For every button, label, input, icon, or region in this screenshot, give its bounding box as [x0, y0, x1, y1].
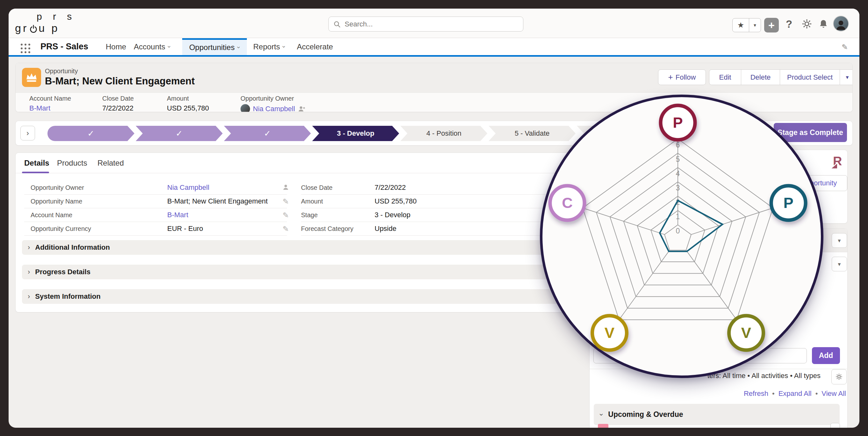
nav-item-accelerate[interactable]: Accelerate: [297, 38, 333, 55]
more-actions-dropdown-icon[interactable]: ▼: [840, 70, 853, 85]
app-launcher-icon[interactable]: [19, 42, 32, 55]
details-card: Details Products Related Opportunity Own…: [15, 153, 586, 312]
task-item-icon: [598, 424, 609, 428]
svg-text:P: P: [783, 194, 793, 211]
section-additional-information[interactable]: › Additional Information: [22, 240, 575, 255]
edit-pencil-icon[interactable]: ✎: [282, 197, 289, 206]
favorite-star-icon[interactable]: ★: [733, 19, 749, 32]
task-checkbox[interactable]: [830, 423, 840, 428]
edit-pencil-icon[interactable]: ✎: [282, 224, 289, 233]
entity-label: Opportunity: [45, 67, 78, 75]
radar-data-polygon: [660, 200, 722, 252]
plus-icon: +: [668, 72, 673, 82]
svg-text:V: V: [604, 324, 615, 341]
global-search[interactable]: [329, 17, 523, 32]
change-owner-icon[interactable]: [282, 183, 290, 192]
svg-text:6: 6: [676, 141, 680, 149]
nav-item-accounts[interactable]: Accounts›: [134, 38, 170, 55]
chevron-down-icon: ›: [597, 413, 606, 416]
delete-button[interactable]: Delete: [741, 70, 780, 85]
app-name: PRS - Sales: [40, 38, 88, 55]
highlight-field-amount: Amount USD 255,780: [167, 95, 209, 112]
tab-related[interactable]: Related: [97, 153, 124, 173]
help-button[interactable]: ?: [786, 18, 792, 30]
account-link[interactable]: B-Mart: [167, 211, 188, 219]
svg-text:1: 1: [676, 212, 680, 221]
chevron-right-icon: ›: [28, 292, 30, 301]
svg-text:5: 5: [676, 155, 680, 163]
nav-item-home[interactable]: Home: [106, 38, 126, 55]
active-tab-underline: [22, 172, 49, 173]
user-avatar[interactable]: [833, 15, 849, 32]
tab-products[interactable]: Products: [57, 153, 87, 173]
logo-line2-end: u p: [38, 22, 59, 34]
highlight-field-owner: Opportunity Owner Nia Campbell: [241, 95, 306, 112]
field-row: Opportunity Currency EUR - Euro ✎: [16, 222, 296, 236]
nav-item-opportunities[interactable]: Opportunities›: [182, 38, 247, 55]
setup-gear-icon[interactable]: [801, 18, 813, 30]
collapse-dropdown-icon[interactable]: ▼: [832, 257, 847, 271]
svg-text:3: 3: [676, 184, 680, 192]
chevron-down-icon: ›: [236, 46, 242, 49]
path-stage-done[interactable]: ✓: [48, 126, 134, 141]
person-silhouette-icon: [835, 18, 847, 31]
notifications-bell-icon[interactable]: [817, 18, 830, 30]
path-stage-current[interactable]: 3 - Develop: [312, 126, 399, 141]
path-stage-upcoming[interactable]: 4 - Position: [400, 126, 487, 141]
r-arrow-logo-icon: R: [830, 154, 844, 170]
logo-line1: p r s: [37, 11, 76, 22]
highlight-field-account: Account Name B-Mart: [29, 95, 71, 112]
search-icon: [333, 20, 341, 28]
section-progress-details[interactable]: › Progress Details: [22, 264, 575, 279]
path-stage-done[interactable]: ✓: [224, 126, 311, 141]
path-stage-done[interactable]: ✓: [136, 126, 223, 141]
bullet-separator: •: [772, 390, 775, 398]
chevron-right-icon: ›: [28, 243, 30, 252]
activity-links: Refresh • Expand All • View All: [744, 390, 846, 398]
global-actions-button[interactable]: +: [764, 18, 779, 32]
refresh-link[interactable]: Refresh: [744, 390, 768, 398]
svg-text:0: 0: [676, 227, 680, 235]
change-owner-icon[interactable]: [298, 105, 306, 112]
path-expand-button[interactable]: ›: [21, 126, 35, 141]
record-action-group: Edit Delete Product Select ▼: [709, 69, 853, 85]
upcoming-overdue-section[interactable]: › Upcoming & Overdue: [594, 404, 840, 425]
radar-chart: 0123456 PPVVC: [534, 95, 828, 388]
favorites-dropdown-icon[interactable]: ▼: [749, 19, 761, 32]
edit-pencil-icon[interactable]: ✎: [282, 211, 289, 220]
chevron-right-icon: ›: [28, 268, 30, 276]
svg-text:4: 4: [676, 169, 680, 178]
favorites-split-button[interactable]: ★ ▼: [732, 18, 761, 32]
svg-text:C: C: [562, 194, 573, 211]
view-all-link[interactable]: View All: [822, 390, 846, 398]
nav-item-reports[interactable]: Reports›: [253, 38, 285, 55]
chevron-down-icon: ›: [166, 45, 173, 48]
app-window: p r s gr u p ★ ▼ + ?: [9, 9, 859, 428]
field-row: Account Name B-Mart ✎: [16, 208, 296, 222]
filter-gear-icon[interactable]: [831, 369, 847, 384]
svg-text:P: P: [673, 114, 683, 131]
edit-button[interactable]: Edit: [709, 70, 741, 85]
svg-text:V: V: [741, 324, 751, 341]
owner-link[interactable]: Nia Campbell: [253, 105, 295, 112]
opportunity-icon: [22, 68, 41, 87]
record-title: B-Mart; New Client Engagement: [45, 75, 195, 87]
chevron-down-icon: ›: [281, 45, 288, 48]
search-input[interactable]: [345, 20, 504, 28]
edit-nav-pencil-icon[interactable]: ✎: [842, 43, 848, 52]
follow-button[interactable]: + Follow: [658, 69, 706, 85]
product-select-button[interactable]: Product Select: [780, 70, 840, 85]
collapse-dropdown-icon[interactable]: ▼: [832, 233, 847, 248]
field-row: Opportunity Owner Nia Campbell: [16, 181, 296, 195]
section-system-information[interactable]: › System Information: [22, 289, 575, 304]
prs-group-logo: gr u p: [15, 22, 60, 34]
logo-line2-start: gr: [15, 22, 28, 34]
owner-avatar: [241, 104, 250, 112]
tab-details[interactable]: Details: [24, 153, 50, 173]
bullet-separator: •: [815, 390, 818, 398]
global-header: p r s gr u p ★ ▼ + ?: [9, 9, 859, 38]
power-icon: [29, 24, 38, 33]
expand-all-link[interactable]: Expand All: [778, 390, 812, 398]
account-link[interactable]: B-Mart: [29, 104, 50, 112]
owner-link[interactable]: Nia Campbell: [167, 183, 209, 191]
